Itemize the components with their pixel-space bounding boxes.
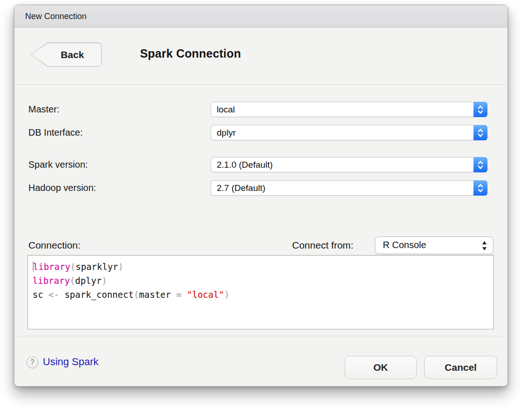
- footer-divider: [14, 336, 507, 337]
- code-line: library(sparklyr): [33, 260, 492, 274]
- window-title: New Connection: [25, 5, 87, 27]
- master-select-value: local: [217, 102, 235, 117]
- page-title: Spark Connection: [140, 47, 241, 60]
- hadoop-version-select-value: 2.7 (Default): [217, 181, 266, 195]
- help-icon[interactable]: ?: [27, 357, 38, 368]
- ok-button[interactable]: OK: [345, 356, 417, 379]
- up-down-arrows-icon: [481, 240, 487, 253]
- code-line: library(dplyr): [33, 274, 492, 288]
- header-divider: [14, 85, 507, 85]
- db-interface-select-value: dplyr: [217, 125, 236, 140]
- spark-version-select[interactable]: 2.1.0 (Default): [211, 157, 487, 172]
- master-label: Master:: [28, 102, 60, 117]
- back-button-label: Back: [48, 49, 84, 60]
- hadoop-version-select[interactable]: 2.7 (Default): [211, 180, 487, 196]
- db-interface-select[interactable]: dplyr: [211, 125, 487, 140]
- connect-from-select[interactable]: R Console: [375, 236, 493, 254]
- using-spark-link[interactable]: Using Spark: [43, 354, 99, 369]
- connection-label: Connection:: [28, 236, 80, 254]
- chevron-up-down-icon: [473, 180, 487, 196]
- desktop-background: New Connection Back Spark Connection Mas…: [0, 0, 520, 420]
- chevron-up-down-icon: [473, 102, 487, 117]
- connect-from-label: Connect from:: [292, 236, 353, 254]
- spark-version-label: Spark version:: [28, 157, 88, 172]
- back-button-face: Back: [32, 43, 101, 66]
- window-titlebar: New Connection: [14, 5, 507, 27]
- hadoop-version-label: Hadoop version:: [28, 180, 96, 196]
- db-interface-label: DB Interface:: [28, 125, 83, 140]
- spark-version-select-value: 2.1.0 (Default): [217, 158, 273, 172]
- new-connection-dialog: New Connection Back Spark Connection Mas…: [14, 5, 508, 387]
- cancel-button[interactable]: Cancel: [424, 356, 497, 379]
- master-select[interactable]: local: [211, 102, 487, 117]
- chevron-up-down-icon: [473, 125, 487, 140]
- connection-code-editor[interactable]: library(sparklyr)library(dplyr)sc <- spa…: [27, 255, 494, 329]
- back-button[interactable]: Back: [31, 42, 102, 67]
- code-line: sc <- spark_connect(master = "local"): [33, 288, 492, 302]
- connect-from-select-value: R Console: [383, 237, 426, 253]
- chevron-up-down-icon: [473, 157, 487, 172]
